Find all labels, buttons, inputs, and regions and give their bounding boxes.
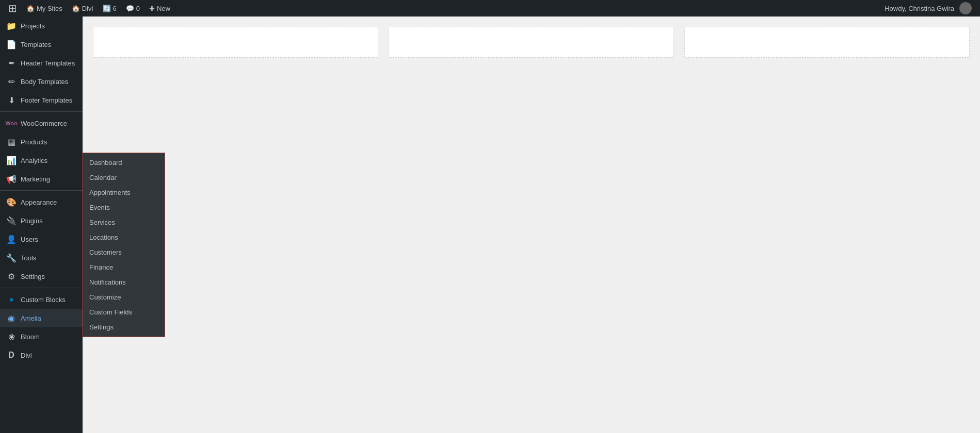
admin-menu: 📁 Projects 📄 Templates ✒ Header Template… bbox=[0, 16, 83, 364]
submenu-item-customers[interactable]: Customers bbox=[83, 245, 165, 260]
custom-blocks-icon: ● bbox=[6, 294, 17, 305]
content-card-1 bbox=[93, 27, 378, 58]
plugins-label: Plugins bbox=[21, 217, 43, 225]
admin-bar: ⊞ 🏠 My Sites 🏠 Divi 🔄 6 💬 0 ✚ New Howdy,… bbox=[0, 0, 980, 16]
sidebar-item-divi[interactable]: D Divi bbox=[0, 346, 83, 364]
menu-separator-2 bbox=[0, 190, 83, 191]
sidebar-item-analytics[interactable]: 📊 Analytics bbox=[0, 151, 83, 170]
adminbar-updates[interactable]: 🔄 6 bbox=[99, 0, 121, 16]
sidebar-item-woocommerce[interactable]: Woo WooCommerce bbox=[0, 114, 83, 132]
content-grid bbox=[93, 27, 970, 58]
analytics-icon: 📊 bbox=[6, 155, 17, 165]
sidebar-item-footer-templates[interactable]: ⬇ Footer Templates bbox=[0, 91, 83, 109]
submenu-item-customize[interactable]: Customize bbox=[83, 290, 165, 305]
settings-label: Settings bbox=[21, 273, 45, 280]
adminbar-right: Howdy, Christina Gwira bbox=[880, 0, 976, 16]
submenu-finance-label: Finance bbox=[89, 263, 113, 271]
sidebar-item-settings[interactable]: ⚙ Settings bbox=[0, 267, 83, 286]
submenu-customize-label: Customize bbox=[89, 293, 121, 301]
sidebar: 📁 Projects 📄 Templates ✒ Header Template… bbox=[0, 16, 83, 433]
comments-icon: 💬 bbox=[126, 5, 134, 12]
appearance-label: Appearance bbox=[21, 198, 57, 206]
header-templates-icon: ✒ bbox=[6, 58, 17, 68]
home-icon: 🏠 bbox=[26, 5, 35, 12]
adminbar-greeting-text: Howdy, Christina Gwira bbox=[885, 5, 954, 12]
submenu-settings-label: Settings bbox=[89, 323, 114, 331]
body-templates-label: Body Templates bbox=[21, 78, 68, 86]
submenu-dashboard-label: Dashboard bbox=[89, 159, 122, 166]
submenu-locations-label: Locations bbox=[89, 234, 118, 241]
submenu-item-locations[interactable]: Locations bbox=[83, 230, 165, 245]
updates-icon: 🔄 bbox=[103, 5, 111, 12]
analytics-label: Analytics bbox=[21, 157, 47, 164]
marketing-label: Marketing bbox=[21, 175, 50, 183]
adminbar-comments-count: 0 bbox=[136, 5, 140, 12]
sidebar-item-templates[interactable]: 📄 Templates bbox=[0, 35, 83, 54]
appearance-icon: 🎨 bbox=[6, 197, 17, 207]
settings-icon: ⚙ bbox=[6, 271, 17, 281]
submenu-item-calendar[interactable]: Calendar bbox=[83, 170, 165, 185]
bloom-icon: ❀ bbox=[6, 331, 17, 342]
sidebar-item-products[interactable]: ▦ Products bbox=[0, 132, 83, 151]
projects-icon: 📁 bbox=[6, 21, 17, 31]
tools-label: Tools bbox=[21, 254, 36, 262]
sidebar-item-header-templates[interactable]: ✒ Header Templates bbox=[0, 54, 83, 72]
sidebar-item-plugins[interactable]: 🔌 Plugins bbox=[0, 211, 83, 230]
plugins-icon: 🔌 bbox=[6, 215, 17, 226]
body-templates-icon: ✏ bbox=[6, 76, 17, 87]
submenu-notifications-label: Notifications bbox=[89, 278, 126, 286]
adminbar-divi[interactable]: 🏠 Divi bbox=[68, 0, 98, 16]
submenu-calendar-label: Calendar bbox=[89, 174, 117, 181]
adminbar-divi-label: Divi bbox=[82, 5, 93, 12]
adminbar-wp-logo[interactable]: ⊞ bbox=[4, 0, 21, 16]
marketing-icon: 📢 bbox=[6, 174, 17, 184]
woocommerce-icon: Woo bbox=[6, 118, 17, 128]
header-templates-label: Header Templates bbox=[21, 59, 75, 67]
submenu-item-events[interactable]: Events bbox=[83, 200, 165, 215]
adminbar-my-sites[interactable]: 🏠 My Sites bbox=[22, 0, 67, 16]
submenu-item-settings[interactable]: Settings bbox=[83, 320, 165, 335]
submenu-custom-fields-label: Custom Fields bbox=[89, 308, 132, 316]
main-wrapper: 📁 Projects 📄 Templates ✒ Header Template… bbox=[0, 16, 980, 433]
sidebar-item-appearance[interactable]: 🎨 Appearance bbox=[0, 193, 83, 211]
sidebar-item-projects[interactable]: 📁 Projects bbox=[0, 16, 83, 35]
projects-label: Projects bbox=[21, 22, 45, 30]
adminbar-comments[interactable]: 💬 0 bbox=[122, 0, 144, 16]
adminbar-my-sites-label: My Sites bbox=[37, 5, 62, 12]
submenu-item-dashboard[interactable]: Dashboard bbox=[83, 155, 165, 170]
submenu-item-appointments[interactable]: Appointments bbox=[83, 185, 165, 200]
bloom-label: Bloom bbox=[21, 333, 40, 341]
tools-icon: 🔧 bbox=[6, 253, 17, 263]
sidebar-item-users[interactable]: 👤 Users bbox=[0, 230, 83, 248]
amelia-label: Amelia bbox=[21, 314, 41, 322]
sidebar-item-tools[interactable]: 🔧 Tools bbox=[0, 248, 83, 267]
sidebar-item-marketing[interactable]: 📢 Marketing bbox=[0, 170, 83, 188]
adminbar-user-greeting[interactable]: Howdy, Christina Gwira bbox=[880, 0, 976, 16]
adminbar-new-label: New bbox=[157, 5, 170, 12]
submenu-events-label: Events bbox=[89, 204, 110, 211]
submenu-item-services[interactable]: Services bbox=[83, 215, 165, 230]
adminbar-left: ⊞ 🏠 My Sites 🏠 Divi 🔄 6 💬 0 ✚ New bbox=[4, 0, 880, 16]
sidebar-item-amelia[interactable]: ◉ Amelia bbox=[0, 309, 83, 327]
adminbar-updates-count: 6 bbox=[113, 5, 117, 12]
content-card-3 bbox=[684, 27, 970, 58]
menu-separator-3 bbox=[0, 288, 83, 288]
custom-blocks-label: Custom Blocks bbox=[21, 296, 66, 304]
menu-separator-1 bbox=[0, 111, 83, 112]
submenu-item-custom-fields[interactable]: Custom Fields bbox=[83, 305, 165, 320]
products-label: Products bbox=[21, 138, 47, 146]
sidebar-item-bloom[interactable]: ❀ Bloom bbox=[0, 327, 83, 346]
sidebar-item-body-templates[interactable]: ✏ Body Templates bbox=[0, 72, 83, 91]
adminbar-new[interactable]: ✚ New bbox=[145, 0, 174, 16]
submenu-services-label: Services bbox=[89, 219, 115, 226]
templates-icon: 📄 bbox=[6, 39, 17, 49]
submenu-item-finance[interactable]: Finance bbox=[83, 260, 165, 275]
submenu-customers-label: Customers bbox=[89, 248, 122, 256]
submenu-item-notifications[interactable]: Notifications bbox=[83, 275, 165, 290]
templates-label: Templates bbox=[21, 41, 51, 48]
submenu-appointments-label: Appointments bbox=[89, 189, 131, 196]
woocommerce-label: WooCommerce bbox=[21, 120, 67, 127]
products-icon: ▦ bbox=[6, 137, 17, 147]
sidebar-item-custom-blocks[interactable]: ● Custom Blocks bbox=[0, 290, 83, 309]
new-icon: ✚ bbox=[149, 5, 155, 12]
